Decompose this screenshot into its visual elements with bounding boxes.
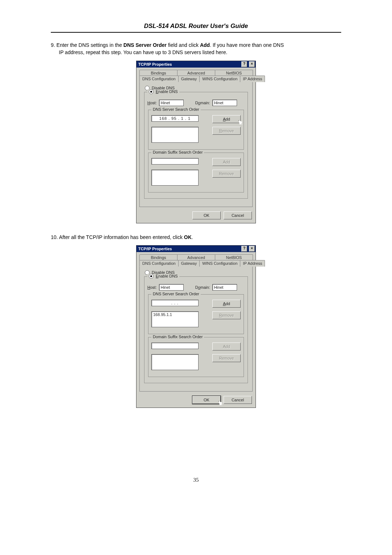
step-10-num: 10.: [51, 234, 58, 240]
ok-button[interactable]: OK: [192, 211, 221, 219]
step-9-text-a: Enter the DNS settings in the: [57, 42, 123, 48]
step-9-num: 9.: [51, 42, 55, 48]
dns-ip-input[interactable]: 168 . 95 . 1 . 1: [151, 115, 199, 122]
radio-enable-dns[interactable]: Enable DNS: [147, 89, 179, 94]
step-9: 9. Enter the DNS settings in the DNS Ser…: [51, 41, 341, 56]
tab-bindings[interactable]: Bindings: [139, 70, 177, 76]
dns-list[interactable]: [151, 127, 199, 143]
tab-wins-configuration[interactable]: WINS Configuration: [199, 260, 240, 267]
tab-wins-configuration[interactable]: WINS Configuration: [199, 76, 240, 82]
domain-suffix-remove-button[interactable]: Remove: [212, 170, 241, 178]
step-10-text-b: .: [192, 234, 193, 240]
dns-add-button[interactable]: Add: [212, 300, 241, 308]
radio-enable-label: Enable DNS: [156, 274, 178, 278]
step-9-text-c: . If you have more than one DNS: [210, 42, 284, 48]
step-10-text-a: After all the TCP/IP information has bee…: [59, 234, 184, 240]
radio-dot-selected-icon: [149, 274, 154, 279]
domain-suffix-group-label: Domain Suffix Search Order: [151, 150, 204, 154]
dns-remove-button[interactable]: Remove: [212, 311, 241, 319]
tcpip-dialog-1: TCP/IP Properties ? × Bindings Advanced …: [136, 61, 256, 223]
page-number: 35: [51, 477, 341, 483]
step-9-text-b: field and click: [167, 42, 200, 48]
help-icon[interactable]: ?: [241, 61, 247, 67]
tab-strip: Bindings Advanced NetBIOS DNS Configurat…: [139, 254, 253, 267]
domain-suffix-add-button[interactable]: Add: [212, 158, 241, 166]
domain-suffix-input[interactable]: [151, 158, 199, 165]
tab-netbios[interactable]: NetBIOS: [215, 254, 253, 260]
tab-strip: Bindings Advanced NetBIOS DNS Configurat…: [139, 70, 253, 82]
domain-label: Domain:: [195, 285, 210, 289]
page-header-title: DSL-514 ADSL Router User's Guide: [51, 23, 341, 30]
tab-ip-address[interactable]: IP Address: [240, 76, 265, 82]
host-input[interactable]: Hinet: [159, 284, 184, 291]
step-9-line2: IP address, repeat this step. You can ha…: [51, 49, 341, 56]
tab-panel-dns: Disable DNS Enable DNS Host: Hinet Domai…: [139, 266, 253, 392]
tab-bindings[interactable]: Bindings: [139, 254, 177, 260]
cancel-button[interactable]: Cancel: [224, 396, 252, 404]
domain-label: Domain:: [195, 101, 210, 105]
domain-input[interactable]: Hinet: [212, 100, 237, 106]
domain-suffix-list[interactable]: [151, 170, 199, 186]
tab-gateway[interactable]: Gateway: [178, 260, 200, 267]
domain-suffix-list[interactable]: [151, 354, 199, 370]
radio-enable-dns[interactable]: Enable DNS: [147, 274, 179, 279]
radio-dot-selected-icon: [149, 89, 154, 94]
dialog-title: TCP/IP Properties: [138, 247, 240, 251]
dns-order-group-label: DNS Server Search Order: [151, 292, 201, 296]
header-rule: [51, 32, 341, 33]
tab-advanced[interactable]: Advanced: [177, 70, 215, 76]
tab-advanced[interactable]: Advanced: [177, 254, 215, 260]
tab-dns-configuration[interactable]: DNS Configuration: [139, 260, 179, 267]
cancel-button[interactable]: Cancel: [224, 211, 252, 219]
tab-netbios[interactable]: NetBIOS: [215, 70, 253, 76]
step-9-bold-1: DNS Server Order: [123, 42, 167, 48]
ok-button[interactable]: OK: [192, 396, 221, 404]
dns-remove-button[interactable]: Remove: [212, 127, 241, 135]
tab-dns-configuration[interactable]: DNS Configuration: [139, 76, 179, 82]
domain-suffix-remove-button[interactable]: Remove: [212, 354, 241, 362]
step-9-bold-2: Add: [200, 42, 210, 48]
radio-enable-label: Enable DNS: [156, 89, 178, 94]
dialog-title: TCP/IP Properties: [138, 62, 240, 66]
domain-suffix-input[interactable]: [151, 343, 199, 349]
step-10: 10. After all the TCP/IP information has…: [51, 234, 341, 241]
step-10-bold: OK: [184, 234, 192, 240]
close-icon[interactable]: ×: [249, 246, 255, 252]
domain-input[interactable]: Hinet: [212, 284, 237, 291]
domain-suffix-group-label: Domain Suffix Search Order: [151, 335, 204, 339]
help-icon[interactable]: ?: [241, 246, 247, 252]
dns-list[interactable]: 168.95.1.1: [151, 311, 199, 327]
titlebar: TCP/IP Properties ? ×: [136, 61, 256, 68]
host-label: Host:: [147, 285, 157, 289]
tcpip-dialog-2: TCP/IP Properties ? × Bindings Advanced …: [136, 245, 256, 408]
dns-add-button[interactable]: Add: [212, 115, 241, 123]
close-icon[interactable]: ×: [249, 61, 255, 67]
host-label: Host:: [147, 101, 157, 105]
host-input[interactable]: Hinet: [159, 100, 184, 106]
tab-ip-address[interactable]: IP Address: [240, 260, 265, 267]
tab-panel-dns: Disable DNS Enable DNS Host: Hinet Domai…: [139, 82, 253, 207]
dns-order-group-label: DNS Server Search Order: [151, 107, 201, 112]
domain-suffix-add-button[interactable]: Add: [212, 343, 241, 351]
dns-ip-input[interactable]: . . .: [151, 300, 199, 306]
tab-gateway[interactable]: Gateway: [178, 76, 200, 82]
titlebar: TCP/IP Properties ? ×: [136, 246, 256, 252]
